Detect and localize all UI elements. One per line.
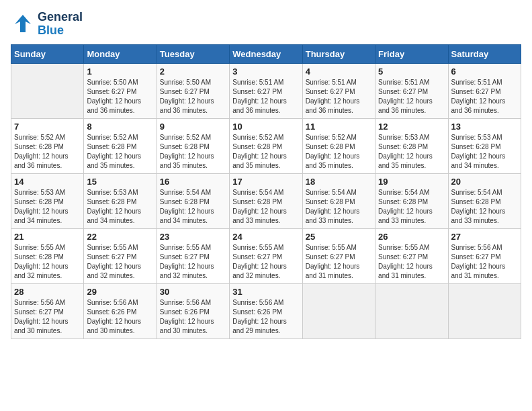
day-number: 1 (87, 66, 153, 77)
calendar-cell: 7Sunrise: 5:52 AM Sunset: 6:28 PM Daylig… (11, 118, 84, 173)
day-number: 14 (14, 177, 81, 187)
calendar-cell: 26Sunrise: 5:55 AM Sunset: 6:27 PM Dayli… (375, 228, 448, 283)
day-info: Sunrise: 5:52 AM Sunset: 6:28 PM Dayligh… (232, 133, 299, 171)
calendar-cell: 28Sunrise: 5:56 AM Sunset: 6:27 PM Dayli… (11, 283, 84, 338)
calendar-day-header: Tuesday (157, 44, 229, 63)
day-number: 9 (160, 122, 226, 132)
calendar-day-header: Wednesday (230, 44, 302, 63)
calendar-cell: 13Sunrise: 5:53 AM Sunset: 6:28 PM Dayli… (448, 118, 521, 173)
calendar-header-row: SundayMondayTuesdayWednesdayThursdayFrid… (11, 44, 521, 63)
day-number: 5 (378, 66, 445, 77)
day-number: 24 (232, 232, 299, 242)
day-info: Sunrise: 5:51 AM Sunset: 6:27 PM Dayligh… (306, 78, 372, 116)
calendar-week-row: 28Sunrise: 5:56 AM Sunset: 6:27 PM Dayli… (11, 283, 521, 338)
calendar-cell: 21Sunrise: 5:55 AM Sunset: 6:28 PM Dayli… (11, 228, 84, 283)
day-number: 27 (451, 232, 518, 242)
day-number: 20 (451, 177, 518, 187)
calendar-cell: 23Sunrise: 5:55 AM Sunset: 6:27 PM Dayli… (157, 228, 229, 283)
calendar-cell: 17Sunrise: 5:54 AM Sunset: 6:28 PM Dayli… (230, 173, 302, 228)
svg-marker-0 (15, 15, 31, 32)
day-number: 29 (87, 287, 153, 297)
day-info: Sunrise: 5:56 AM Sunset: 6:27 PM Dayligh… (451, 243, 518, 281)
day-info: Sunrise: 5:53 AM Sunset: 6:28 PM Dayligh… (14, 188, 81, 226)
calendar-cell: 27Sunrise: 5:56 AM Sunset: 6:27 PM Dayli… (448, 228, 521, 283)
logo: GeneralBlue (11, 11, 83, 38)
day-number: 4 (306, 66, 372, 77)
day-number: 23 (160, 232, 226, 242)
day-number: 17 (232, 177, 299, 187)
day-info: Sunrise: 5:52 AM Sunset: 6:28 PM Dayligh… (14, 133, 81, 171)
day-number: 22 (87, 232, 153, 242)
day-number: 13 (451, 122, 518, 132)
calendar-day-header: Saturday (448, 44, 521, 63)
calendar-week-row: 14Sunrise: 5:53 AM Sunset: 6:28 PM Dayli… (11, 173, 521, 228)
day-info: Sunrise: 5:54 AM Sunset: 6:28 PM Dayligh… (306, 188, 372, 226)
day-number: 12 (378, 122, 445, 132)
day-info: Sunrise: 5:53 AM Sunset: 6:28 PM Dayligh… (87, 188, 153, 226)
calendar-day-header: Monday (84, 44, 157, 63)
calendar-cell: 3Sunrise: 5:51 AM Sunset: 6:27 PM Daylig… (230, 63, 302, 118)
calendar-cell: 8Sunrise: 5:52 AM Sunset: 6:28 PM Daylig… (84, 118, 157, 173)
day-info: Sunrise: 5:53 AM Sunset: 6:28 PM Dayligh… (378, 133, 445, 171)
calendar-week-row: 7Sunrise: 5:52 AM Sunset: 6:28 PM Daylig… (11, 118, 521, 173)
calendar-cell: 16Sunrise: 5:54 AM Sunset: 6:28 PM Dayli… (157, 173, 229, 228)
calendar-cell (11, 63, 84, 118)
day-info: Sunrise: 5:52 AM Sunset: 6:28 PM Dayligh… (306, 133, 372, 171)
day-number: 7 (14, 122, 81, 132)
day-info: Sunrise: 5:56 AM Sunset: 6:26 PM Dayligh… (87, 298, 153, 336)
day-info: Sunrise: 5:51 AM Sunset: 6:27 PM Dayligh… (378, 78, 445, 116)
calendar-cell: 20Sunrise: 5:54 AM Sunset: 6:28 PM Dayli… (448, 173, 521, 228)
day-number: 28 (14, 287, 81, 297)
calendar-cell (448, 283, 521, 338)
page-header: GeneralBlue (11, 11, 521, 38)
day-number: 8 (87, 122, 153, 132)
calendar-cell: 12Sunrise: 5:53 AM Sunset: 6:28 PM Dayli… (375, 118, 448, 173)
calendar-cell: 22Sunrise: 5:55 AM Sunset: 6:27 PM Dayli… (84, 228, 157, 283)
day-number: 31 (232, 287, 299, 297)
calendar-week-row: 21Sunrise: 5:55 AM Sunset: 6:28 PM Dayli… (11, 228, 521, 283)
day-info: Sunrise: 5:55 AM Sunset: 6:27 PM Dayligh… (378, 243, 445, 281)
day-info: Sunrise: 5:55 AM Sunset: 6:27 PM Dayligh… (87, 243, 153, 281)
calendar-cell: 11Sunrise: 5:52 AM Sunset: 6:28 PM Dayli… (302, 118, 375, 173)
day-number: 16 (160, 177, 226, 187)
day-number: 11 (306, 122, 372, 132)
calendar-cell (375, 283, 448, 338)
day-info: Sunrise: 5:55 AM Sunset: 6:27 PM Dayligh… (232, 243, 299, 281)
calendar-week-row: 1Sunrise: 5:50 AM Sunset: 6:27 PM Daylig… (11, 63, 521, 118)
calendar-cell: 2Sunrise: 5:50 AM Sunset: 6:27 PM Daylig… (157, 63, 229, 118)
day-info: Sunrise: 5:54 AM Sunset: 6:28 PM Dayligh… (160, 188, 226, 226)
day-info: Sunrise: 5:54 AM Sunset: 6:28 PM Dayligh… (451, 188, 518, 226)
day-number: 10 (232, 122, 299, 132)
calendar-cell: 29Sunrise: 5:56 AM Sunset: 6:26 PM Dayli… (84, 283, 157, 338)
day-info: Sunrise: 5:56 AM Sunset: 6:26 PM Dayligh… (160, 298, 226, 336)
day-info: Sunrise: 5:54 AM Sunset: 6:28 PM Dayligh… (232, 188, 299, 226)
day-info: Sunrise: 5:55 AM Sunset: 6:28 PM Dayligh… (14, 243, 81, 281)
calendar-cell: 4Sunrise: 5:51 AM Sunset: 6:27 PM Daylig… (302, 63, 375, 118)
day-info: Sunrise: 5:56 AM Sunset: 6:27 PM Dayligh… (14, 298, 81, 336)
day-number: 15 (87, 177, 153, 187)
day-info: Sunrise: 5:55 AM Sunset: 6:27 PM Dayligh… (306, 243, 372, 281)
calendar-cell: 1Sunrise: 5:50 AM Sunset: 6:27 PM Daylig… (84, 63, 157, 118)
day-info: Sunrise: 5:55 AM Sunset: 6:27 PM Dayligh… (160, 243, 226, 281)
day-number: 30 (160, 287, 226, 297)
day-info: Sunrise: 5:56 AM Sunset: 6:26 PM Dayligh… (232, 298, 299, 336)
day-info: Sunrise: 5:50 AM Sunset: 6:27 PM Dayligh… (87, 78, 153, 116)
logo-icon (11, 12, 35, 36)
logo-text: GeneralBlue (38, 11, 83, 38)
calendar-cell: 19Sunrise: 5:54 AM Sunset: 6:28 PM Dayli… (375, 173, 448, 228)
day-number: 21 (14, 232, 81, 242)
calendar-cell: 31Sunrise: 5:56 AM Sunset: 6:26 PM Dayli… (230, 283, 302, 338)
calendar-day-header: Thursday (302, 44, 375, 63)
day-number: 25 (306, 232, 372, 242)
calendar-cell: 5Sunrise: 5:51 AM Sunset: 6:27 PM Daylig… (375, 63, 448, 118)
day-info: Sunrise: 5:50 AM Sunset: 6:27 PM Dayligh… (160, 78, 226, 116)
day-number: 19 (378, 177, 445, 187)
day-number: 6 (451, 66, 518, 77)
calendar-cell: 24Sunrise: 5:55 AM Sunset: 6:27 PM Dayli… (230, 228, 302, 283)
day-number: 3 (232, 66, 299, 77)
day-number: 18 (306, 177, 372, 187)
day-number: 26 (378, 232, 445, 242)
calendar-cell: 15Sunrise: 5:53 AM Sunset: 6:28 PM Dayli… (84, 173, 157, 228)
day-info: Sunrise: 5:53 AM Sunset: 6:28 PM Dayligh… (451, 133, 518, 171)
day-info: Sunrise: 5:52 AM Sunset: 6:28 PM Dayligh… (160, 133, 226, 171)
